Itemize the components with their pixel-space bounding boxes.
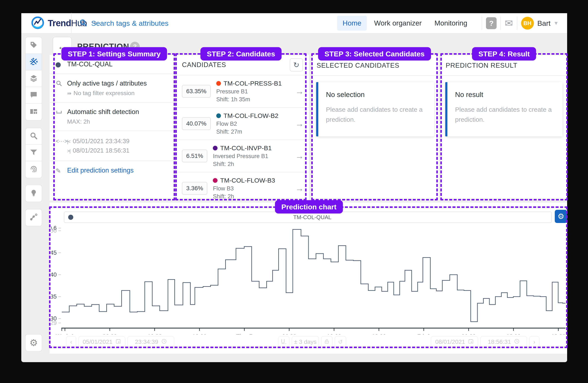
svg-text:18:00: 18:00 — [192, 333, 207, 334]
svg-text:12:00: 12:00 — [327, 333, 341, 334]
refresh-candidates-button[interactable]: ↻ — [290, 58, 303, 72]
filter-icon — [30, 148, 38, 157]
candidate-row[interactable]: 6.51% TM-COL-INVP-B1 Inversed Pressure B… — [176, 140, 309, 172]
pan-right-button[interactable]: › — [529, 336, 539, 348]
svg-text:18:00: 18:00 — [551, 333, 566, 334]
settings-gear-icon: ⚙ — [29, 338, 38, 347]
user-avatar[interactable]: BH — [521, 17, 534, 30]
summary-range-row: <···> |<05/01/2021 23:34:39 >|08/01/2021… — [50, 131, 175, 161]
sidebar-item-calculations[interactable] — [25, 54, 42, 70]
candidate-shift: Shift: 2h — [213, 161, 295, 168]
tag-icon — [30, 41, 38, 50]
start-time-input[interactable]: 23:34:39 — [127, 336, 174, 348]
comment-icon — [30, 91, 38, 100]
tab-work-organizer[interactable]: Work organizer — [369, 16, 427, 31]
svg-text:06:00: 06:00 — [462, 333, 476, 334]
svg-text:12:00: 12:00 — [147, 333, 162, 334]
annotation-label-chart: Prediction chart — [275, 200, 343, 214]
start-date-input[interactable]: 05/01/2021 — [78, 336, 125, 348]
svg-text:40: 40 — [51, 271, 57, 278]
time-range-icon: <···> — [56, 137, 67, 145]
svg-text:Thu, 7: Thu, 7 — [236, 333, 253, 334]
clock-icon — [161, 339, 167, 345]
pencil-icon: ✎ — [56, 167, 67, 174]
lock-range-button[interactable] — [321, 336, 333, 348]
legend-series-label: TM-COL-QUAL — [73, 214, 551, 221]
no-selection-card: No selection Please add candidates to cr… — [316, 82, 434, 136]
sidebar-item-search[interactable] — [25, 128, 42, 145]
range-start: |<05/01/2021 23:34:39 — [67, 137, 129, 146]
summary-shift-row: Automatic shift detection MAX: 2h — [50, 103, 175, 131]
compare-calc-icon — [30, 57, 38, 66]
bulb-icon — [30, 189, 38, 198]
chart-settings-button[interactable]: ⚙ — [555, 210, 567, 223]
sidebar-item-layers[interactable] — [25, 70, 42, 87]
candidate-row[interactable]: 63.35% TM-COL-PRESS-B1 Pressure B1 Shift… — [176, 75, 309, 108]
sidebar-item-dependencies[interactable] — [25, 209, 42, 226]
tab-home[interactable]: Home — [337, 16, 367, 31]
candidate-shift: Shift: 2h — [213, 193, 295, 200]
user-chevron-down-icon[interactable]: ▼ — [553, 20, 559, 26]
step-line-chart[interactable]: 50.6504540353029Wed, 606:0012:0018:00Thu… — [51, 225, 567, 334]
sidebar-item-dashboards[interactable] — [25, 104, 42, 120]
candidate-description: Flow B2 — [216, 121, 295, 127]
shift-bracket-icon — [56, 108, 67, 117]
no-selection-text: Please add candidates to create a predic… — [326, 105, 424, 124]
end-date-input[interactable]: 08/01/2021 — [431, 336, 478, 348]
help-icon[interactable]: ? — [486, 17, 497, 29]
global-search[interactable]: Search tags & attributes — [72, 19, 337, 28]
candidate-color-dot — [216, 114, 221, 118]
pan-left-button[interactable]: ‹ — [66, 336, 76, 348]
tag-color-dot — [56, 62, 61, 67]
sidebar-item-filter[interactable] — [25, 145, 42, 161]
add-candidate-arrow-icon[interactable]: → — [295, 119, 304, 129]
no-selection-title: No selection — [326, 91, 426, 99]
add-candidate-arrow-icon[interactable]: → — [295, 151, 304, 161]
range-window-button[interactable]: ± 3 days — [292, 336, 319, 348]
candidate-percent-badge: 3.36% — [182, 182, 207, 195]
summary-shift-sub: MAX: 2h — [67, 118, 139, 125]
add-candidate-arrow-icon[interactable]: → — [295, 87, 304, 96]
sidebar-group-search — [25, 128, 42, 178]
candidate-color-dot — [213, 146, 217, 151]
mail-icon[interactable]: ✉ — [505, 18, 513, 29]
candidate-name: TM-COL-FLOW-B2 — [216, 112, 295, 119]
sidebar-item-tags[interactable] — [25, 37, 42, 54]
annotation-label-step3: STEP 3: Selected Candidates — [318, 47, 431, 61]
selected-candidates-panel: SELECTED CANDIDATES No selection Please … — [312, 55, 439, 200]
svg-text:06:00: 06:00 — [103, 333, 117, 334]
legend-color-dot — [68, 215, 73, 220]
svg-text:06:00: 06:00 — [282, 333, 296, 334]
sidebar-item-settings[interactable]: ⚙ — [25, 334, 42, 351]
search-input[interactable]: Search tags & attributes — [91, 19, 168, 27]
layers-icon — [30, 74, 38, 83]
navbar-divider — [482, 17, 482, 30]
edit-prediction-settings-link[interactable]: Edit prediction settings — [67, 167, 134, 174]
sidebar-item-fingerprint[interactable] — [25, 161, 42, 178]
navbar-divider — [501, 17, 501, 30]
trendhub-logo-icon — [31, 16, 44, 30]
svg-text:35: 35 — [51, 293, 57, 300]
auto-range-button[interactable] — [278, 336, 290, 348]
calendar-icon — [115, 339, 121, 345]
sidebar-item-recommendations[interactable] — [25, 185, 42, 202]
candidate-percent-badge: 6.51% — [182, 150, 207, 162]
nav-tabs: Home Work organizer Monitoring — [337, 16, 473, 31]
fingerprint-icon — [30, 165, 38, 174]
range-end: >|08/01/2021 18:56:31 — [67, 146, 129, 155]
summary-tag-name: TM-COL-QUAL — [67, 60, 113, 68]
end-time-input[interactable]: 18:56:31 — [480, 336, 527, 348]
sidebar-item-comments[interactable] — [25, 87, 42, 104]
candidate-row[interactable]: 3.36% TM-COL-FLOW-B3 Flow B3 Shift: 2h → — [176, 172, 309, 205]
graph-nodes-icon — [30, 213, 38, 222]
brand[interactable]: TrendHub ▼ — [21, 16, 71, 30]
tab-monitoring[interactable]: Monitoring — [429, 16, 473, 31]
history-reset-button[interactable]: ↺ — [335, 336, 346, 348]
add-candidate-arrow-icon[interactable]: → — [295, 184, 304, 193]
annotation-label-step4: STEP 4: Result — [472, 47, 536, 61]
candidate-shift: Shift: 1h 35m — [216, 96, 295, 103]
gear-icon: ⚙ — [558, 212, 564, 221]
user-name[interactable]: Bart — [537, 19, 550, 27]
candidate-row[interactable]: 40.07% TM-COL-FLOW-B2 Flow B2 Shift: 27m… — [176, 108, 309, 140]
candidates-title: CANDIDATES — [182, 61, 226, 69]
